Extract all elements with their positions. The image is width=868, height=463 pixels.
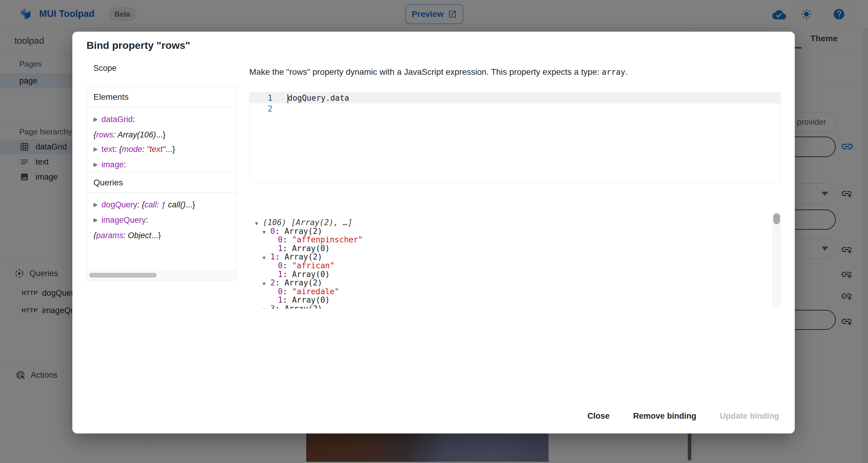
segment: { — [142, 200, 144, 209]
segment: : — [275, 278, 284, 287]
segment: "affenpinscher" — [292, 235, 363, 244]
segment: "text" — [147, 145, 166, 154]
segment: Array(106) — [118, 130, 156, 139]
scope-tree-item[interactable]: ▶dataGrid: {rows: Array(106)...} — [93, 112, 236, 142]
segment: call() — [166, 200, 186, 209]
expand-arrow-icon[interactable]: ▼ — [262, 305, 270, 309]
segment: 0 — [278, 261, 283, 270]
dialog-footer: Close Remove binding Update binding — [581, 408, 786, 424]
segment: Array(0) — [292, 296, 330, 304]
scope-horizontal-scrollbar[interactable] — [87, 270, 237, 280]
scrollbar-thumb[interactable] — [773, 213, 780, 224]
code-text[interactable]: dogQuery.data — [277, 93, 349, 103]
expand-arrow-icon[interactable]: ▼ — [262, 228, 270, 237]
result-preview-tree: ▼(106) [Array(2), …]▼0: Array(2)0: "affe… — [250, 214, 772, 309]
segment: : — [275, 252, 284, 261]
preview-row: 1: Array(0) — [250, 296, 772, 304]
segment: : — [275, 227, 284, 236]
preview-scrollbar[interactable] — [772, 212, 781, 308]
segment: ...} — [156, 130, 166, 139]
scope-tree-item[interactable]: ▶dogQuery: {call: ƒ call()...} — [93, 197, 236, 213]
segment: 1 — [278, 244, 283, 253]
description-text: Make the "rows" property dynamic with a … — [249, 67, 601, 76]
segment: { — [93, 231, 96, 239]
expand-arrow-icon[interactable]: ▶ — [93, 157, 98, 172]
segment: : — [133, 115, 135, 124]
segment: 0 — [278, 287, 283, 296]
description-period: . — [625, 67, 628, 76]
scope-tree-item[interactable]: ▶image: {src: "https://images.dog.ceo/br… — [93, 157, 236, 172]
expand-arrow-icon[interactable]: ▶ — [93, 112, 98, 127]
segment: : — [115, 145, 119, 154]
segment: ...} — [186, 200, 195, 209]
segment: 1 — [278, 270, 283, 279]
close-button[interactable]: Close — [581, 408, 616, 424]
bind-property-dialog: Bind property "rows" Scope Elements▶data… — [72, 32, 795, 433]
segment: ...} — [151, 231, 161, 239]
segment: : — [283, 244, 292, 253]
segment: Array(2) — [284, 278, 322, 287]
expand-arrow-icon[interactable]: ▶ — [93, 213, 98, 227]
segment: : — [124, 160, 126, 169]
preview-row: 1: Array(0) — [250, 270, 772, 279]
preview-row: 0: "affenpinscher" — [250, 236, 772, 244]
scope-tree-item[interactable]: ▶text: {mode: "text"...} — [93, 142, 236, 157]
segment: : — [123, 231, 128, 239]
segment: : — [157, 200, 161, 209]
segment: "african" — [292, 261, 335, 270]
segment: "airedale" — [292, 287, 339, 296]
segment: : — [142, 145, 147, 154]
segment: dataGrid — [101, 115, 133, 124]
dialog-title: Bind property "rows" — [87, 39, 190, 51]
segment: : — [146, 216, 148, 224]
expand-arrow-icon[interactable]: ▶ — [93, 142, 98, 156]
expand-arrow-icon[interactable]: ▼ — [262, 279, 270, 288]
segment: 0 — [278, 235, 283, 244]
segment: : — [283, 296, 292, 304]
segment: image — [101, 160, 124, 169]
scrollbar-thumb[interactable] — [89, 273, 157, 278]
segment: text — [101, 145, 115, 154]
editor-line[interactable]: 1 dogQuery.data — [250, 93, 780, 103]
preview-row: ▼3: Array(2) — [250, 304, 772, 309]
segment: 1 — [270, 252, 275, 261]
code-text[interactable] — [277, 103, 287, 114]
preview-row: 1: Array(0) — [250, 244, 772, 253]
segment: 0 — [270, 227, 275, 236]
segment: Array(2) — [284, 304, 322, 309]
preview-row: ▼0: Array(2) — [250, 227, 772, 236]
segment: call — [144, 200, 157, 209]
segment: rows — [96, 130, 113, 139]
segment: : — [137, 200, 142, 209]
expected-type-code: array — [601, 67, 625, 76]
line-number: 1 — [250, 93, 277, 103]
segment: 1 — [278, 296, 283, 304]
segment: 3 — [270, 304, 275, 309]
scope-tree-item[interactable]: ▶imageQuery: {params: Object...} — [93, 213, 236, 239]
segment: ...} — [165, 145, 175, 154]
segment: : — [283, 287, 292, 296]
segment: 2 — [270, 278, 275, 287]
expand-arrow-icon[interactable]: ▼ — [262, 253, 270, 262]
preview-row: 0: "african" — [250, 261, 772, 270]
remove-binding-button[interactable]: Remove binding — [627, 408, 703, 424]
preview-row: ▼2: Array(2) — [250, 279, 772, 287]
editor-line[interactable]: 2 — [250, 103, 780, 114]
segment: Array(0) — [292, 244, 330, 253]
segment: : — [113, 130, 118, 139]
scope-section-header: Elements — [87, 87, 237, 107]
expression-code-editor[interactable]: 1 dogQuery.data 2 — [249, 92, 781, 183]
segment: : — [283, 235, 292, 244]
expand-arrow-icon[interactable]: ▼ — [255, 219, 263, 228]
segment: { — [93, 130, 96, 139]
segment: dogQuery — [101, 200, 137, 209]
expand-arrow-icon[interactable]: ▶ — [93, 197, 98, 212]
update-binding-button[interactable]: Update binding — [713, 408, 786, 424]
segment: mode — [122, 145, 142, 154]
segment: { — [119, 145, 122, 154]
preview-row: 0: "airedale" — [250, 287, 772, 296]
segment: (106) [Array(2), …] — [263, 218, 352, 227]
segment: Object — [128, 231, 151, 239]
segment: Array(0) — [292, 270, 330, 279]
segment: : — [283, 261, 292, 270]
